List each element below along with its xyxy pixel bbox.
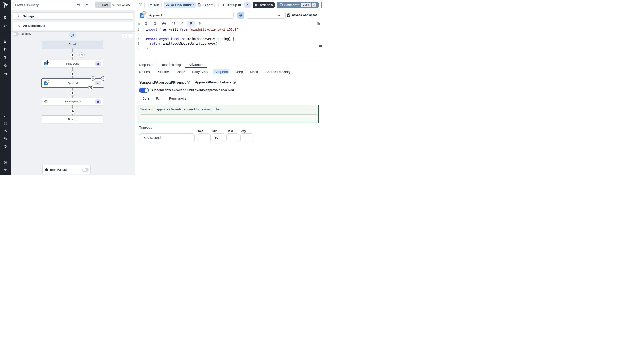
svg-text:TS: TS	[141, 14, 144, 17]
